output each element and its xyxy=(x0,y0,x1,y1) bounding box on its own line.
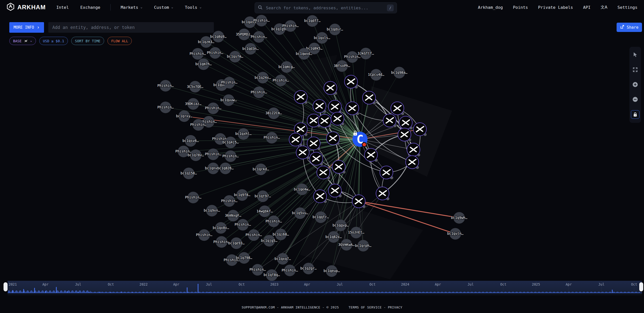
timeline-track[interactable]: 2021AprJulOct2022AprJulOct2023AprJulOct2… xyxy=(8,281,642,293)
graph-node-address[interactable]: bc1qm7h… xyxy=(195,58,212,70)
graph-node-address[interactable]: Phishin… xyxy=(249,264,266,276)
filter-chip-usd-0-1[interactable]: USD ≥ $0.1 xyxy=(39,37,68,45)
graph-node-address[interactable]: bc1qdf7… xyxy=(304,15,320,27)
graph-node-exchange[interactable] xyxy=(331,112,344,126)
graph-node-exchange[interactable] xyxy=(380,166,393,179)
share-button[interactable]: Share xyxy=(617,23,642,32)
add-entity-input[interactable] xyxy=(48,22,214,33)
graph-node-address[interactable]: bc1qjg5… xyxy=(261,235,277,247)
graph-node-exchange[interactable] xyxy=(346,102,359,115)
graph-node-address[interactable]: bc1q9wh… xyxy=(451,212,467,224)
graph-node-address[interactable]: bc1qxq7… xyxy=(274,253,291,265)
nav-menu-tools[interactable]: Tools⌄ xyxy=(185,5,202,10)
graph-node-address[interactable]: bc1qeup… xyxy=(324,265,340,277)
graph-node-exchange[interactable] xyxy=(332,160,346,174)
graph-node-address[interactable]: Phishin… xyxy=(196,229,212,241)
nav-link-intel[interactable]: Intel xyxy=(56,5,69,10)
translate-icon[interactable]: 文A xyxy=(601,5,608,10)
nav-link-points[interactable]: Points xyxy=(513,5,528,10)
graph-node-exchange[interactable] xyxy=(327,132,340,145)
graph-node-address[interactable]: Phishin… xyxy=(251,31,267,43)
graph-node-exchange[interactable] xyxy=(399,116,413,130)
graph-node-exchange[interactable] xyxy=(398,128,412,142)
graph-node-address[interactable]: bc1q9xn… xyxy=(204,205,220,216)
graph-node-address[interactable]: bc1q24x… xyxy=(255,72,271,84)
graph-node-address[interactable]: bc1qsfm… xyxy=(227,51,243,62)
nav-menu-markets[interactable]: Markets⌄ xyxy=(121,5,142,10)
graph-node-address[interactable]: bc1qe93… xyxy=(228,238,245,249)
graph-node-address[interactable]: Phishin… xyxy=(222,150,239,162)
graph-node-address[interactable]: bc1q2gr… xyxy=(300,263,317,274)
graph-node-address[interactable]: 14wgbkf… xyxy=(257,206,273,217)
graph-node-exchange[interactable] xyxy=(310,152,323,166)
graph-node-exchange[interactable] xyxy=(318,114,332,128)
nav-link-private-labels[interactable]: Private Labels xyxy=(538,5,573,10)
graph-node-address[interactable]: bc1qvln… xyxy=(447,228,463,240)
graph-node-exchange[interactable] xyxy=(328,100,342,114)
graph-node-exchange[interactable] xyxy=(413,123,427,136)
graph-node-address[interactable]: 35PQRDz… xyxy=(236,29,252,40)
lock-tool[interactable] xyxy=(631,110,639,119)
graph-node-address[interactable]: bc1qrkd… xyxy=(253,164,269,175)
graph-node-exchange[interactable] xyxy=(363,91,376,105)
graph-node-address[interactable]: bc1quuw… xyxy=(220,94,237,106)
filter-chip-sort-by-time[interactable]: SORT BY TIME xyxy=(71,37,104,45)
graph-node-address[interactable]: bc1qe4w… xyxy=(294,184,310,195)
footer-links[interactable]: TERMS OF SERVICE - PRIVACY xyxy=(348,305,402,309)
graph-node-exchange[interactable] xyxy=(344,75,358,89)
search-input[interactable] xyxy=(265,5,384,11)
graph-node-exchange[interactable] xyxy=(407,143,421,157)
graph-node-address[interactable]: bc1qd3n… xyxy=(242,43,259,55)
graph-node-address[interactable]: bc1qx8v… xyxy=(213,222,229,234)
graph-node-exchange[interactable] xyxy=(324,82,337,95)
graph-node-exchange[interactable] xyxy=(289,133,303,147)
timeline-handle-left[interactable] xyxy=(4,282,8,291)
graph-node-exchange[interactable] xyxy=(391,102,405,115)
graph-node-address[interactable]: bc1qt97… xyxy=(255,190,271,202)
timeline-handle-right[interactable] xyxy=(639,282,643,291)
graph-node-address[interactable]: bc1q826… xyxy=(217,163,233,174)
graph-node-address[interactable]: bc1qdsr… xyxy=(327,24,343,35)
more-info-button[interactable]: MORE INFO › xyxy=(9,22,44,33)
graph-node-address[interactable]: Phishin… xyxy=(281,265,298,276)
expand-tool[interactable] xyxy=(631,66,639,74)
graph-node-exchange[interactable] xyxy=(376,187,390,201)
graph-node-address[interactable]: Phishin… xyxy=(251,87,267,98)
graph-node-address[interactable]: 36ANxgF… xyxy=(225,210,241,221)
graph-node-address[interactable]: 39DKiaz… xyxy=(185,98,201,110)
graph-node-exchange[interactable] xyxy=(294,91,308,104)
graph-node-address[interactable]: Phishin… xyxy=(207,47,223,59)
graph-node-address[interactable]: Phishin… xyxy=(264,132,280,143)
graph-node-exchange[interactable] xyxy=(352,195,366,208)
graph-node-address[interactable]: Phishin… xyxy=(189,48,206,60)
graph-node-address[interactable]: Phishin… xyxy=(157,102,174,113)
graph-node-exchange[interactable] xyxy=(313,190,327,203)
graph-node-address[interactable]: Phishin… xyxy=(246,229,262,241)
graph-node-address[interactable]: bc1qf8q… xyxy=(264,269,280,281)
graph-node-exchange[interactable] xyxy=(307,137,321,150)
graph-node-address[interactable]: bc1qxhl… xyxy=(235,128,252,140)
graph-node-address[interactable]: 38iZ2Cm… xyxy=(265,107,282,119)
transaction-graph-canvas[interactable]: bc1qas3…Phishin…bc1qdf7…bc1qlg9…Phishin…… xyxy=(0,0,644,313)
zoom-out-tool[interactable] xyxy=(631,95,639,103)
graph-node-address[interactable]: Phishin… xyxy=(253,15,270,26)
cursor-tool[interactable] xyxy=(631,51,639,59)
zoom-in-tool[interactable] xyxy=(631,81,639,89)
graph-node-address[interactable]: 3C5v7QE… xyxy=(187,81,203,93)
graph-node-address[interactable]: bc1q158… xyxy=(181,168,197,179)
graph-node-exchange[interactable] xyxy=(317,166,330,179)
graph-node-address[interactable]: 1Cpcu4d… xyxy=(368,69,384,81)
graph-node-address[interactable]: Phishin… xyxy=(157,80,174,92)
graph-node-address[interactable]: Phishin… xyxy=(185,192,201,203)
graph-node-exchange[interactable] xyxy=(383,114,397,128)
graph-node-address[interactable]: Phishin… xyxy=(265,216,282,227)
nav-link-settings[interactable]: Settings xyxy=(618,5,637,10)
graph-node-exchange[interactable] xyxy=(313,100,327,113)
graph-node-address[interactable]: bc1qrxy… xyxy=(176,110,192,122)
graph-node-address[interactable]: 3BfsoPh… xyxy=(334,60,350,72)
graph-node-exchange[interactable] xyxy=(328,184,342,198)
graph-node-address[interactable]: bc1q98a… xyxy=(391,67,408,79)
graph-node-exchange[interactable] xyxy=(406,155,419,169)
filter-chip-flow-all[interactable]: FLOW ALL xyxy=(107,37,132,45)
arkham-logo[interactable]: ARKHAM xyxy=(7,3,46,12)
